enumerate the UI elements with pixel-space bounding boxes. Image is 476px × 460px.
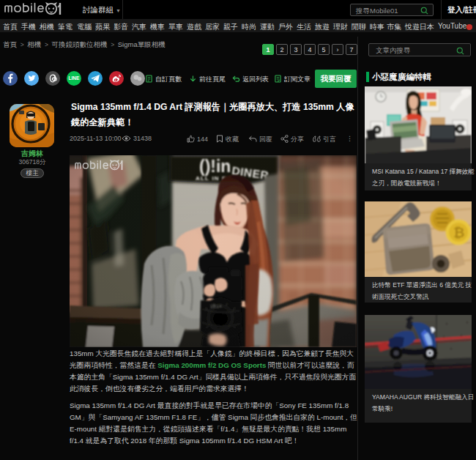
svg-text:₿: ₿ bbox=[453, 225, 464, 240]
